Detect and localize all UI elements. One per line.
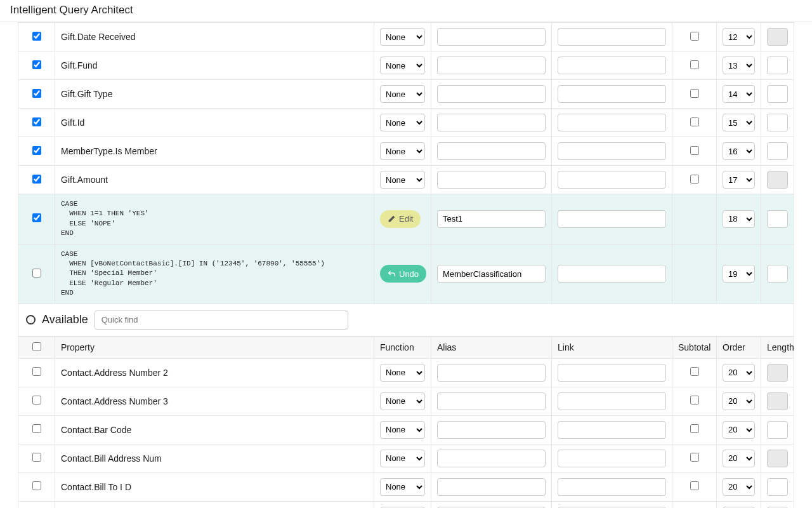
subtotal-checkbox[interactable]: [690, 89, 699, 98]
sql-preview: CASE WHEN 1=1 THEN 'YES' ELSE 'NOPE' END: [61, 199, 368, 239]
length-input[interactable]: [767, 478, 788, 496]
table-row: Gift.Fund None 13: [18, 51, 794, 80]
row-checkbox[interactable]: [32, 396, 41, 404]
link-input[interactable]: [558, 28, 666, 46]
function-select[interactable]: None: [380, 421, 425, 439]
subtotal-checkbox[interactable]: [690, 60, 699, 69]
link-input[interactable]: [558, 364, 666, 382]
subtotal-checkbox[interactable]: [690, 367, 699, 376]
length-input[interactable]: [767, 142, 788, 160]
row-checkbox[interactable]: [32, 213, 41, 222]
alias-input[interactable]: [437, 142, 546, 160]
function-select[interactable]: None: [380, 57, 425, 74]
sql-preview: CASE WHEN [vBoNetContactBasic].[ID] IN (…: [61, 250, 368, 298]
row-checkbox[interactable]: [32, 269, 41, 277]
subtotal-checkbox[interactable]: [690, 396, 699, 404]
subtotal-checkbox[interactable]: [690, 175, 699, 184]
row-checkbox[interactable]: [32, 117, 41, 126]
length-input[interactable]: [767, 265, 788, 283]
link-input[interactable]: [558, 85, 666, 103]
link-input[interactable]: [558, 210, 666, 228]
order-select[interactable]: 12: [723, 28, 755, 46]
link-input[interactable]: [558, 421, 666, 439]
order-select[interactable]: 19: [723, 265, 755, 283]
row-checkbox[interactable]: [32, 481, 41, 490]
function-select[interactable]: None: [380, 364, 425, 382]
order-select[interactable]: 20: [723, 450, 755, 467]
quick-find-input[interactable]: [95, 311, 348, 330]
order-select[interactable]: 20: [723, 478, 755, 496]
link-input[interactable]: [558, 265, 666, 283]
row-checkbox[interactable]: [32, 89, 41, 98]
row-checkbox[interactable]: [32, 424, 41, 433]
alias-input[interactable]: [437, 392, 546, 410]
alias-input[interactable]: [437, 210, 546, 228]
row-checkbox[interactable]: [32, 367, 41, 376]
subtotal-checkbox[interactable]: [690, 146, 699, 155]
subtotal-checkbox[interactable]: [690, 32, 699, 41]
order-select[interactable]: 13: [723, 57, 755, 74]
function-select[interactable]: None: [380, 392, 425, 410]
link-input[interactable]: [558, 450, 666, 467]
link-input[interactable]: [558, 142, 666, 160]
link-input[interactable]: [558, 57, 666, 74]
property-cell: Gift.Date Received: [55, 23, 374, 51]
alias-input[interactable]: [437, 478, 546, 496]
alias-input[interactable]: [437, 114, 546, 131]
link-input[interactable]: [558, 392, 666, 410]
function-select[interactable]: None: [380, 478, 425, 496]
subtotal-checkbox[interactable]: [690, 453, 699, 462]
property-cell: Contact.Address Number 3: [55, 387, 374, 415]
order-select[interactable]: 14: [723, 85, 755, 103]
order-select[interactable]: 16: [723, 142, 755, 160]
select-all-checkbox[interactable]: [32, 342, 41, 351]
alias-input[interactable]: [437, 450, 546, 467]
subtotal-checkbox[interactable]: [690, 481, 699, 490]
link-input[interactable]: [558, 171, 666, 189]
link-input[interactable]: [558, 478, 666, 496]
length-input[interactable]: [767, 114, 788, 131]
property-cell: Gift.Gift Type: [55, 80, 374, 109]
selected-table: Gift.Date Received None 12 Gift.Fund Non…: [18, 22, 794, 304]
row-checkbox[interactable]: [32, 453, 41, 462]
length-input[interactable]: [767, 210, 788, 228]
order-select[interactable]: 15: [723, 114, 755, 131]
length-input[interactable]: [767, 421, 788, 439]
order-select[interactable]: 17: [723, 171, 755, 189]
edit-button[interactable]: Edit: [380, 210, 421, 228]
alias-input[interactable]: [437, 171, 546, 189]
alias-input[interactable]: [437, 421, 546, 439]
order-select[interactable]: 18: [723, 210, 755, 228]
row-checkbox[interactable]: [32, 146, 41, 155]
row-checkbox[interactable]: [32, 60, 41, 69]
row-checkbox[interactable]: [32, 175, 41, 184]
function-select[interactable]: None: [380, 28, 425, 46]
table-row: MemberType.Is Member None 16: [18, 137, 794, 166]
alias-input[interactable]: [437, 85, 546, 103]
table-row: Gift.Gift Type None 14: [18, 80, 794, 109]
length-input[interactable]: [767, 85, 788, 103]
alias-input[interactable]: [437, 28, 546, 46]
function-select[interactable]: None: [380, 171, 425, 189]
length-input[interactable]: [767, 57, 788, 74]
alias-input[interactable]: [437, 57, 546, 74]
subtotal-checkbox[interactable]: [690, 117, 699, 126]
function-select[interactable]: None: [380, 450, 425, 467]
order-select[interactable]: 20: [723, 364, 755, 382]
subtotal-cell: [672, 194, 717, 244]
property-cell: Gift.Fund: [55, 51, 374, 80]
function-select[interactable]: None: [380, 85, 425, 103]
alias-input[interactable]: [437, 364, 546, 382]
subtotal-checkbox[interactable]: [690, 424, 699, 433]
link-input[interactable]: [558, 114, 666, 131]
length-input: [767, 450, 788, 467]
length-input: [767, 28, 788, 46]
function-select[interactable]: None: [380, 114, 425, 131]
alias-input[interactable]: [437, 265, 546, 283]
undo-button[interactable]: Undo: [380, 265, 426, 283]
order-select[interactable]: 20: [723, 392, 755, 410]
header-checkbox-cell: [18, 337, 55, 358]
order-select[interactable]: 20: [723, 421, 755, 439]
row-checkbox[interactable]: [32, 32, 41, 41]
function-select[interactable]: None: [380, 142, 425, 160]
